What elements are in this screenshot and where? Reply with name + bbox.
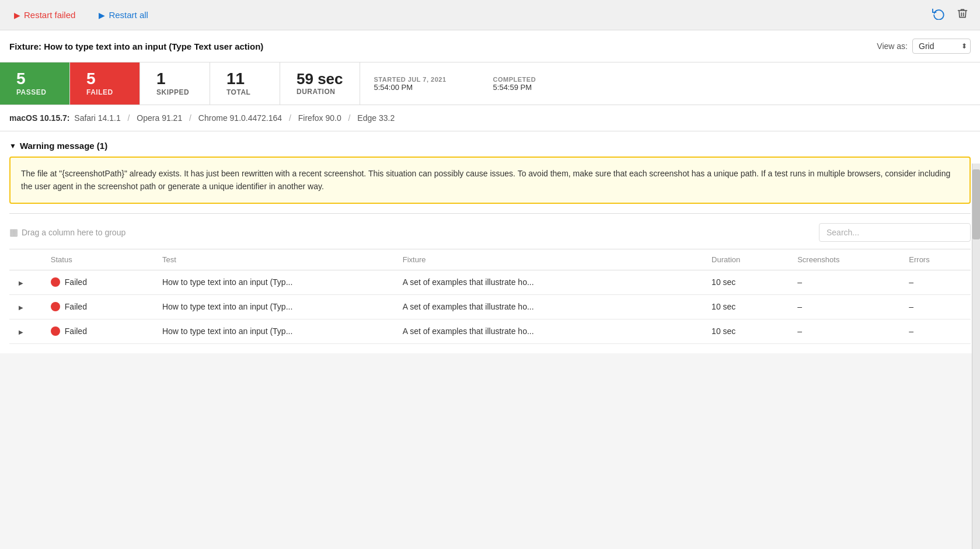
test-cell-1: How to type text into an input (Typ... — [155, 270, 396, 294]
total-count: 11 — [226, 71, 263, 87]
col-header-status: Status — [44, 249, 155, 270]
fixture-header: Fixture: How to type text into an input … — [0, 30, 980, 62]
os-label: macOS 10.15.7: — [9, 113, 70, 123]
stat-failed: 5 FAILED — [70, 62, 140, 105]
view-as-select-wrapper: Grid List Compact — [912, 39, 971, 54]
stat-times: STARTED JUL 7, 2021 5:54:00 PM COMPLETED… — [360, 62, 980, 105]
duration-cell-2: 10 sec — [705, 294, 790, 319]
view-as-container: View as: Grid List Compact — [877, 39, 971, 54]
restart-all-button[interactable]: ▶ Restart all — [94, 8, 153, 22]
stat-completed: COMPLETED 5:54:59 PM — [493, 76, 536, 92]
stat-total: 11 TOTAL — [210, 62, 280, 105]
main-content: ▼ Warning message (1) The file at "{scre… — [0, 131, 980, 353]
screenshots-cell-2: – — [790, 294, 902, 319]
status-cell-3: Failed — [44, 319, 155, 343]
failed-dot-1 — [51, 277, 60, 287]
play-all-icon: ▶ — [99, 11, 105, 20]
warning-box: The file at "{screenshotPath}" already e… — [9, 157, 971, 204]
fixture-cell-2: A set of examples that illustrate ho... — [396, 294, 705, 319]
drag-column-hint: ▦ Drag a column here to group — [9, 227, 125, 238]
delete-icon-button[interactable] — [954, 5, 971, 25]
passed-count: 5 — [16, 71, 53, 87]
table-row: ▶ Failed How to type text into an input … — [9, 294, 971, 319]
failed-dot-3 — [51, 326, 60, 336]
completed-time: 5:54:59 PM — [493, 83, 536, 92]
duration-label: DURATION — [297, 88, 343, 96]
screenshots-cell-3: – — [790, 319, 902, 343]
table-header: Status Test Fixture Duration Screenshots… — [9, 249, 971, 270]
skipped-count: 1 — [156, 71, 193, 87]
restart-failed-label: Restart failed — [24, 10, 75, 20]
expand-button-1[interactable]: ▶ — [16, 279, 26, 287]
stats-bar: 5 PASSED 5 FAILED 1 SKIPPED 11 TOTAL 59 … — [0, 62, 980, 105]
col-header-test: Test — [155, 249, 396, 270]
status-cell-2: Failed — [44, 294, 155, 319]
col-header-duration: Duration — [705, 249, 790, 270]
started-time: 5:54:00 PM — [374, 83, 447, 92]
drag-hint-text: Drag a column here to group — [22, 228, 125, 237]
failed-label: FAILED — [86, 88, 123, 96]
duration-cell-1: 10 sec — [705, 270, 790, 294]
total-label: TOTAL — [226, 88, 263, 96]
table-row: ▶ Failed How to type text into an input … — [9, 270, 971, 294]
errors-cell-1: – — [902, 270, 971, 294]
reload-icon-button[interactable] — [930, 5, 947, 25]
stat-time-row: STARTED JUL 7, 2021 5:54:00 PM COMPLETED… — [374, 76, 966, 92]
stat-duration: 59 sec DURATION — [280, 62, 360, 105]
divider — [9, 213, 971, 214]
errors-cell-3: – — [902, 319, 971, 343]
col-header-screenshots: Screenshots — [790, 249, 902, 270]
fixture-cell-1: A set of examples that illustrate ho... — [396, 270, 705, 294]
status-cell-content-2: Failed — [51, 302, 148, 311]
expand-button-2[interactable]: ▶ — [16, 303, 26, 312]
drag-icon: ▦ — [9, 227, 18, 238]
test-cell-2: How to type text into an input (Typ... — [155, 294, 396, 319]
warning-section: ▼ Warning message (1) The file at "{scre… — [9, 141, 971, 204]
warning-title: Warning message (1) — [20, 141, 107, 151]
expand-cell-3: ▶ — [9, 319, 44, 343]
scrollbar-thumb[interactable] — [972, 169, 980, 239]
status-cell-content-1: Failed — [51, 277, 148, 287]
table-body: ▶ Failed How to type text into an input … — [9, 270, 971, 343]
toolbar-right — [930, 5, 971, 25]
scrollbar-track[interactable] — [972, 164, 980, 353]
warning-message: The file at "{screenshotPath}" already e… — [21, 169, 950, 191]
col-header-errors: Errors — [902, 249, 971, 270]
table-controls: ▦ Drag a column here to group — [9, 223, 971, 242]
test-cell-3: How to type text into an input (Typ... — [155, 319, 396, 343]
failed-count: 5 — [86, 71, 123, 87]
status-cell-content-3: Failed — [51, 326, 148, 336]
browsers-list: Safari 14.1.1 / Opera 91.21 / Chrome 91.… — [72, 113, 395, 123]
expand-button-3[interactable]: ▶ — [16, 328, 26, 336]
table-container: Status Test Fixture Duration Screenshots… — [9, 249, 971, 344]
toolbar-left: ▶ Restart failed ▶ Restart all — [9, 8, 930, 22]
errors-cell-2: – — [902, 294, 971, 319]
status-text-1: Failed — [65, 277, 87, 287]
data-table: Status Test Fixture Duration Screenshots… — [9, 249, 971, 344]
started-label: STARTED JUL 7, 2021 — [374, 76, 447, 83]
status-cell-1: Failed — [44, 270, 155, 294]
passed-label: PASSED — [16, 88, 53, 96]
restart-all-label: Restart all — [109, 10, 148, 20]
skipped-label: SKIPPED — [156, 88, 193, 96]
duration-cell-3: 10 sec — [705, 319, 790, 343]
header-row: Status Test Fixture Duration Screenshots… — [9, 249, 971, 270]
completed-label: COMPLETED — [493, 76, 536, 83]
browser-row: macOS 10.15.7: Safari 14.1.1 / Opera 91.… — [0, 105, 980, 131]
stat-passed: 5 PASSED — [0, 62, 70, 105]
stat-started: STARTED JUL 7, 2021 5:54:00 PM — [374, 76, 447, 92]
search-input[interactable] — [819, 223, 971, 242]
view-as-label: View as: — [877, 41, 908, 51]
col-header-fixture: Fixture — [396, 249, 705, 270]
status-text-3: Failed — [65, 326, 87, 336]
warning-header[interactable]: ▼ Warning message (1) — [9, 141, 971, 151]
restart-failed-button[interactable]: ▶ Restart failed — [9, 8, 80, 22]
fixture-title: Fixture: How to type text into an input … — [9, 41, 263, 51]
failed-dot-2 — [51, 302, 60, 311]
col-expand — [9, 249, 44, 270]
fixture-cell-3: A set of examples that illustrate ho... — [396, 319, 705, 343]
view-as-select[interactable]: Grid List Compact — [912, 39, 971, 54]
table-row: ▶ Failed How to type text into an input … — [9, 319, 971, 343]
expand-cell-2: ▶ — [9, 294, 44, 319]
duration-value: 59 sec — [297, 71, 343, 86]
